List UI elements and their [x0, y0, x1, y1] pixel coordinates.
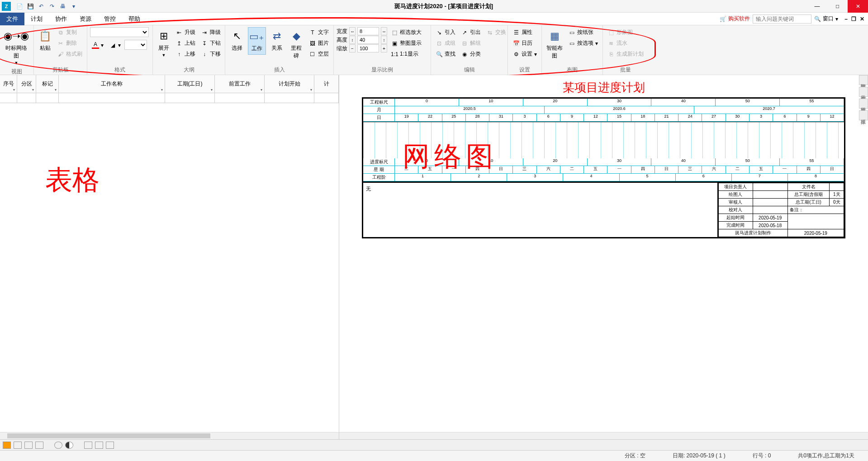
width-input[interactable] [357, 27, 379, 35]
height-dec[interactable]: ↕ [349, 36, 356, 44]
view8[interactable] [95, 442, 103, 449]
table-body[interactable]: 表格 [0, 103, 339, 432]
close-button[interactable]: ✕ [848, 0, 868, 13]
tab-file[interactable]: 文件 [0, 13, 24, 25]
col-plan[interactable]: 计 [314, 75, 339, 93]
copy-button[interactable]: ⧉复制 [55, 27, 84, 38]
gantt-chart[interactable]: 工程标尺0102030405055 月2020.52020.62020.7 日1… [362, 97, 845, 238]
movedown-button[interactable]: ↓下移 [199, 49, 223, 59]
print-icon[interactable]: 🖶 [59, 2, 67, 10]
layer-button[interactable]: ☐空层 [307, 49, 331, 59]
text-button[interactable]: T文字 [307, 27, 331, 38]
props-button[interactable]: ☰属性 [511, 27, 539, 38]
drilldown-button[interactable]: ↧下钻 [199, 38, 223, 48]
zoom-in[interactable]: + [381, 44, 387, 52]
generate-button[interactable]: ⎘生成新计划 [606, 49, 645, 59]
settings-button[interactable]: ⚙设置▾ [511, 49, 539, 59]
one-to-one-button[interactable]: 1:11:1显示 [389, 49, 423, 59]
export-button[interactable]: ↗引出 [459, 27, 483, 38]
group-button[interactable]: ⊡成组 [434, 38, 457, 48]
font-combo[interactable] [90, 27, 149, 37]
demote-button[interactable]: ⇥降级 [199, 27, 223, 38]
mdi-minimize[interactable]: – [844, 16, 848, 22]
import-button[interactable]: ↘引入 [434, 27, 457, 38]
minimize-button[interactable]: ― [807, 0, 827, 13]
tab-help[interactable]: 帮助 [122, 13, 147, 25]
paste-button[interactable]: 📋粘贴 [37, 27, 53, 54]
width-inc[interactable]: ↔ [381, 27, 387, 35]
expand-button[interactable]: ⊞展开▼ [156, 27, 172, 59]
select-button[interactable]: ↖选择 [228, 27, 246, 54]
size-combo[interactable] [124, 40, 147, 50]
h-scrollbar-right[interactable] [339, 432, 868, 439]
view6[interactable] [65, 442, 73, 449]
zoom-out[interactable]: − [349, 44, 356, 52]
col-pred[interactable]: 前置工作▾ [215, 75, 265, 93]
network-view-button[interactable]: ◉➝◉ 时标网络图▼ [3, 27, 30, 67]
group-label-clipboard: 剪贴板 [37, 65, 84, 75]
tab-resource[interactable]: 资源 [73, 13, 98, 25]
image-button[interactable]: 🖼图片 [307, 38, 331, 48]
flow-button[interactable]: ≋流水 [606, 38, 645, 48]
find-button[interactable]: 🔍查找 [434, 49, 457, 59]
delete-button[interactable]: ✂删除 [55, 38, 84, 48]
swap-button[interactable]: ⇆交换 [484, 27, 508, 38]
col-duration[interactable]: 工期(工日)▾ [165, 75, 215, 93]
font-color-button[interactable]: A▾ [90, 40, 105, 50]
view3[interactable] [24, 442, 33, 449]
view5[interactable] [54, 442, 62, 449]
new-icon[interactable]: 📄 [15, 2, 24, 10]
qat-dropdown-icon[interactable]: ▾ [70, 2, 78, 10]
mdi-restore[interactable]: ❐ [851, 16, 856, 22]
view2[interactable] [14, 442, 22, 449]
tab-plan[interactable]: 计划 [24, 13, 49, 25]
drillup-button[interactable]: ↥上钻 [174, 38, 197, 48]
window-menu[interactable]: 🔍窗口 ▾ [814, 15, 838, 23]
fit-button[interactable]: ▣整图显示 [389, 38, 423, 48]
sidetab-cloud[interactable]: 计划云检查 [859, 87, 868, 97]
view7[interactable] [84, 442, 92, 449]
h-scrollbar-left[interactable] [0, 432, 339, 439]
maximize-button[interactable]: □ [827, 0, 848, 13]
zoom-input[interactable] [357, 44, 379, 52]
tab-collab[interactable]: 协作 [49, 13, 73, 25]
group-label-layout: 布图 [545, 65, 600, 75]
view1[interactable] [3, 442, 11, 449]
view9[interactable] [106, 442, 114, 449]
sidetab-standard[interactable]: 国标检查 [859, 99, 868, 109]
undo-icon[interactable]: ↶ [37, 2, 45, 10]
view4[interactable] [35, 442, 43, 449]
relation-button[interactable]: ⇄关系 [268, 27, 286, 54]
height-inc[interactable]: ↕ [381, 36, 387, 44]
buy-software-link[interactable]: 🛒购买软件 [720, 15, 750, 23]
col-name[interactable]: 工作名称▾ [59, 75, 165, 93]
moveup-button[interactable]: ↑上移 [174, 49, 197, 59]
by-option-button[interactable]: ▭按选项▾ [566, 38, 600, 48]
milestone-button[interactable]: ◆里程碑 [287, 27, 305, 62]
work-button[interactable]: ▭₊工作 [248, 27, 266, 55]
mdi-close[interactable]: ✕ [860, 16, 864, 22]
format-painter-button[interactable]: 🖌格式刷 [55, 49, 84, 59]
ungroup-button[interactable]: ⊟解组 [459, 38, 483, 48]
col-zone[interactable]: 分区▾ [17, 75, 36, 93]
sidetab-preview[interactable]: 缩略预览 [859, 75, 868, 85]
input-row[interactable] [0, 93, 339, 103]
height-input[interactable] [357, 36, 379, 44]
calendar-button[interactable]: 📅日历 [511, 38, 539, 48]
save-icon[interactable]: 💾 [26, 2, 34, 10]
sidetab-template[interactable]: 模板库 [859, 110, 868, 120]
fill-color-button[interactable]: ◢▾ [107, 40, 123, 50]
redo-icon[interactable]: ↷ [48, 2, 56, 10]
col-mark[interactable]: 标记▾ [36, 75, 59, 93]
width-dec[interactable]: ↔ [349, 27, 356, 35]
help-search-input[interactable] [753, 14, 811, 24]
symbol-button[interactable]: ⬚形象图 [606, 27, 645, 38]
promote-button[interactable]: ⇤升级 [174, 27, 197, 38]
classify-button[interactable]: ◉分类 [459, 49, 483, 59]
by-paper-button[interactable]: ▭按纸张 [566, 27, 600, 38]
tab-control[interactable]: 管控 [98, 13, 122, 25]
col-start[interactable]: 计划开始▾ [265, 75, 314, 93]
box-zoom-button[interactable]: ⬚框选放大 [389, 27, 423, 38]
col-seq[interactable]: 序号▾ [0, 75, 17, 93]
auto-layout-button[interactable]: ▦智能布图 [545, 27, 564, 62]
